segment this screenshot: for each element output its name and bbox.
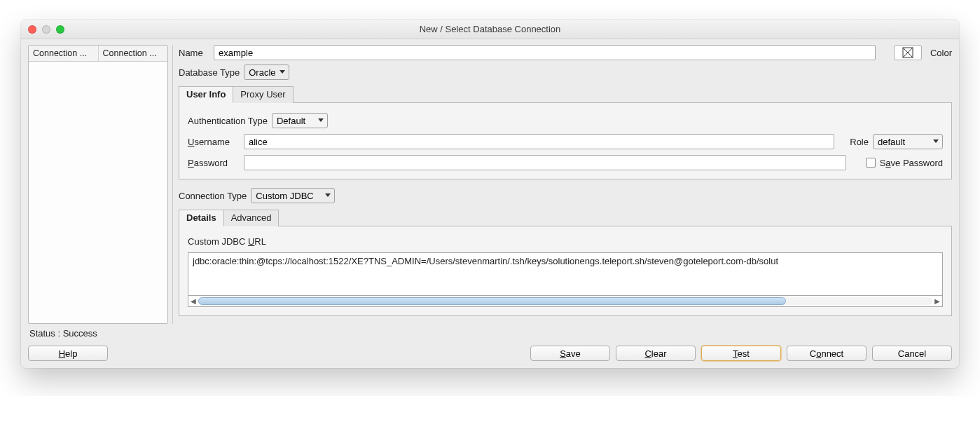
scroll-left-icon[interactable]: ◀ [188,296,198,306]
color-swatch-button[interactable] [894,45,922,60]
connections-col-name[interactable]: Connection ... [29,46,99,61]
jdbc-url-label: Custom JDBC URL [188,236,943,247]
username-label: Username [188,137,240,147]
cancel-button[interactable]: Cancel [872,346,952,361]
tab-proxy-user[interactable]: Proxy User [233,86,293,103]
jdbc-url-scrollbar[interactable]: ◀ ▶ [188,296,943,307]
role-label: Role [850,137,869,147]
name-input[interactable] [214,45,876,60]
password-label: Password [188,158,240,168]
conn-detail-tabs: Details Advanced [179,209,952,226]
status-text: Status : Success [28,324,952,340]
scrollbar-thumb[interactable] [198,297,786,305]
password-input[interactable] [244,155,846,170]
save-password-label: Save Password [880,158,943,168]
role-select[interactable]: default [873,134,943,149]
tab-user-info[interactable]: User Info [179,86,233,103]
auth-type-select[interactable]: Default [272,113,328,128]
titlebar: New / Select Database Connection [21,20,959,39]
user-info-panel: Authentication Type Default Username Rol… [179,103,952,179]
connections-col-details[interactable]: Connection ... [99,46,168,61]
help-button[interactable]: Help [28,346,108,361]
jdbc-url-input[interactable]: jdbc:oracle:thin:@tcps://localhost:1522/… [188,252,943,296]
user-tabs: User Info Proxy User [179,86,952,103]
scroll-right-icon[interactable]: ▶ [932,296,942,306]
tab-details[interactable]: Details [179,210,224,226]
conn-type-select[interactable]: Custom JDBC [251,188,335,203]
connect-button[interactable]: Connect [787,346,867,361]
test-button[interactable]: Test [701,346,781,361]
conn-type-label: Connection Type [179,191,247,201]
dbtype-select[interactable]: Oracle [244,64,289,80]
color-label: Color [930,48,952,58]
dialog-window: New / Select Database Connection Connect… [21,20,959,368]
details-panel: Custom JDBC URL jdbc:oracle:thin:@tcps:/… [179,226,952,316]
window-title: New / Select Database Connection [21,24,959,34]
dbtype-label: Database Type [179,67,240,78]
button-bar: Help Save Clear Test Connect Cancel [28,340,952,361]
save-button[interactable]: Save [530,346,610,361]
tab-advanced[interactable]: Advanced [223,210,279,226]
connections-list[interactable]: Connection ... Connection ... [28,45,168,324]
color-picker-icon [902,47,913,58]
connections-list-header: Connection ... Connection ... [29,46,167,62]
clear-button[interactable]: Clear [616,346,696,361]
username-input[interactable] [244,134,834,149]
name-label: Name [179,48,209,58]
auth-type-label: Authentication Type [188,116,268,126]
save-password-checkbox[interactable] [866,158,876,168]
